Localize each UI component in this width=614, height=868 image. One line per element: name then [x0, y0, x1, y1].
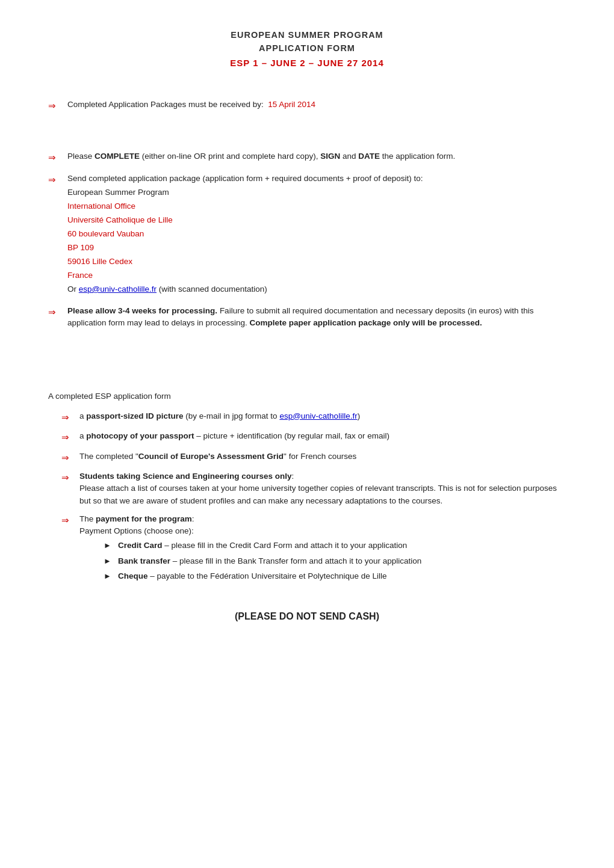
instruction-processing: ⇒ Please allow 3-4 weeks for processing.…: [48, 305, 566, 330]
chk3-content: The completed "Council of Europe's Asses…: [79, 451, 566, 463]
inst2-content: Send completed application package (appl…: [67, 173, 566, 297]
deadline-row: ⇒ Completed Application Packages must be…: [48, 99, 566, 113]
checklist-label: A completed ESP application form: [48, 390, 566, 402]
complete-paper-bold: Complete paper application package only …: [249, 318, 482, 327]
address-email-link[interactable]: esp@univ-catholille.fr: [79, 285, 157, 294]
triangle-icon-2: ►: [104, 555, 113, 567]
arrow-icon-chk5: ⇒: [61, 514, 73, 528]
arrow-icon-3: ⇒: [48, 306, 61, 319]
page-header: EUROPEAN SUMMER PROGRAM APPLICATION FORM…: [48, 29, 566, 70]
cheque-text: Cheque – payable to the Fédération Unive…: [118, 570, 387, 582]
checklist-item-4: ⇒ Students taking Science and Engineerin…: [61, 470, 566, 507]
bank-transfer-bold: Bank transfer: [118, 556, 170, 565]
chk2-content: a photocopy of your passport – picture +…: [79, 430, 566, 442]
complete-bold: COMPLETE: [95, 152, 140, 161]
payment-options-label: Payment Options (choose one):: [79, 526, 194, 535]
address-line5: BP 109: [67, 243, 94, 252]
credit-card-text: Credit Card – please fill in the Credit …: [118, 540, 407, 552]
send-intro: Send completed application package (appl…: [67, 174, 423, 183]
header-line3: ESP 1 – JUNE 2 – JUNE 27 2014: [48, 57, 566, 70]
checklist-item-3: ⇒ The completed "Council of Europe's Ass…: [61, 451, 566, 465]
instruction-send: ⇒ Send completed application package (ap…: [48, 173, 566, 297]
arrow-icon-chk1: ⇒: [61, 411, 73, 425]
credit-card-bold: Credit Card: [118, 541, 163, 550]
chk1-email-link[interactable]: esp@univ-catholille.fr: [279, 411, 357, 420]
checklist-item-2: ⇒ a photocopy of your passport – picture…: [61, 430, 566, 445]
triangle-icon-1: ►: [104, 540, 113, 552]
address-line3: Université Catholique de Lille: [67, 215, 173, 224]
address-line7: France: [67, 271, 93, 280]
arrow-icon-deadline: ⇒: [48, 99, 61, 113]
address-line4: 60 boulevard Vauban: [67, 229, 144, 238]
chk5-content: The payment for the program: Payment Opt…: [79, 513, 566, 585]
payment-options-list: ► Credit Card – please fill in the Credi…: [93, 540, 566, 582]
chk4-content: Students taking Science and Engineering …: [79, 470, 566, 507]
arrow-icon-2: ⇒: [48, 173, 61, 187]
payment-option-cheque: ► Cheque – payable to the Fédération Uni…: [104, 570, 566, 582]
deadline-date: 15 April 2014: [268, 100, 315, 109]
inst3-content: Please allow 3-4 weeks for processing. F…: [67, 305, 566, 330]
arrow-icon-chk3: ⇒: [61, 451, 73, 465]
deadline-label: Completed Application Packages must be r…: [67, 100, 264, 109]
council-grid-bold: Council of Europe's Assessment Grid: [138, 452, 284, 461]
payment-bold: payment for the program: [96, 514, 192, 523]
cheque-bold: Cheque: [118, 571, 148, 580]
checklist-item-5: ⇒ The payment for the program: Payment O…: [61, 513, 566, 585]
arrow-icon-chk2: ⇒: [61, 431, 73, 445]
address-block: European Summer Program International Of…: [67, 186, 566, 297]
bank-transfer-text: Bank transfer – please fill in the Bank …: [118, 555, 421, 567]
inst1-content: Please COMPLETE (either on-line OR print…: [67, 150, 566, 162]
processing-bold: Please allow 3-4 weeks for processing.: [67, 306, 217, 315]
science-eng-bold: Students taking Science and Engineering …: [79, 472, 292, 481]
address-email-suffix: (with scanned documentation): [157, 285, 267, 294]
triangle-icon-3: ►: [104, 570, 113, 582]
passport-copy-bold: photocopy of your passport: [86, 431, 194, 440]
instruction-complete: ⇒ Please COMPLETE (either on-line OR pri…: [48, 150, 566, 165]
address-email-prefix: Or: [67, 285, 79, 294]
address-line1: European Summer Program: [67, 188, 169, 197]
payment-option-bank-transfer: ► Bank transfer – please fill in the Ban…: [104, 555, 566, 567]
header-line2: APPLICATION FORM: [48, 42, 566, 55]
header-line1: EUROPEAN SUMMER PROGRAM: [48, 29, 566, 42]
sign-bold: SIGN: [320, 152, 340, 161]
chk1-content: a passport-sized ID picture (by e-mail i…: [79, 410, 566, 422]
address-line2: International Office: [67, 202, 135, 211]
payment-option-credit-card: ► Credit Card – please fill in the Credi…: [104, 540, 566, 552]
deadline-text: Completed Application Packages must be r…: [67, 99, 566, 111]
science-eng-desc: Please attach a list of courses taken at…: [79, 484, 557, 505]
arrow-icon-chk4: ⇒: [61, 471, 73, 485]
address-line6: 59016 Lille Cedex: [67, 257, 132, 266]
arrow-icon-1: ⇒: [48, 151, 61, 165]
checklist-item-1: ⇒ a passport-sized ID picture (by e-mail…: [61, 410, 566, 425]
date-bold: DATE: [358, 152, 380, 161]
please-do-not-cash: (PLEASE DO NOT SEND CASH): [48, 609, 566, 624]
passport-pic-bold: passport-sized ID picture: [86, 411, 183, 420]
